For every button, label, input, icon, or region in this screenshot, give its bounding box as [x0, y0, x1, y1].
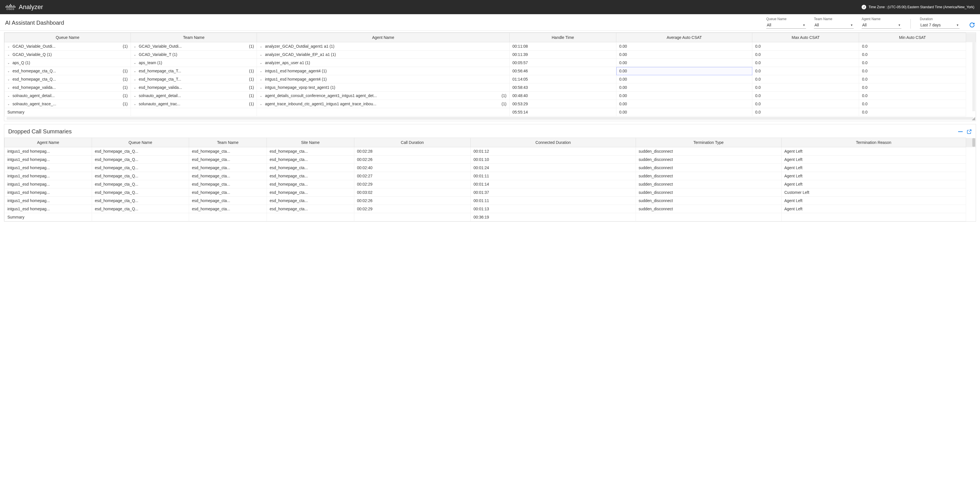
col-queue[interactable]: Queue Name	[92, 138, 189, 147]
cell-text: agent_details_consult_conference_agent1_…	[265, 94, 377, 98]
table-row[interactable]: ⌄esd_homepage_cta_Q...(1)⌄esd_homepage_c…	[5, 75, 976, 83]
cell-agent: intgus1_esd homepag...	[5, 155, 92, 164]
col-site[interactable]: Site Name	[267, 138, 354, 147]
col-agent[interactable]: Agent Name	[257, 33, 509, 42]
chevron-down-icon[interactable]: ⌄	[7, 61, 10, 64]
table-row[interactable]: ⌄GCAD_Variable_Q (1)⌄GCAD_Variable_T (1)…	[5, 51, 976, 59]
chevron-down-icon[interactable]: ⌄	[260, 61, 262, 64]
col-handle[interactable]: Handle Time	[509, 33, 616, 42]
chevron-down-icon[interactable]: ⌄	[7, 86, 10, 89]
chevron-down-icon[interactable]: ⌄	[7, 70, 10, 73]
chevron-down-icon[interactable]: ⌄	[7, 78, 10, 81]
panel-dropped-calls: Dropped Call Summaries Agent Name Queue …	[4, 124, 976, 222]
col-team[interactable]: Team Name	[189, 138, 267, 147]
refresh-icon[interactable]	[969, 22, 975, 29]
chevron-down-icon[interactable]: ⌄	[134, 53, 136, 56]
chevron-down-icon[interactable]: ⌄	[134, 70, 136, 73]
cell-termination-type: sudden_disconnect	[636, 172, 781, 180]
cell-count: (1)	[247, 85, 254, 90]
cell-text: GCAD_Variable_Outdi...	[13, 44, 56, 49]
table-row[interactable]: intgus1_esd homepag...esd_homepage_cta_Q…	[5, 147, 976, 155]
cell-termination-type: sudden_disconnect	[636, 155, 781, 164]
cell-call-duration: 00:02:40	[354, 164, 471, 172]
cell-termination-reason: Agent Left	[781, 180, 966, 189]
table-row[interactable]: intgus1_esd homepag...esd_homepage_cta_Q…	[5, 172, 976, 180]
cell-count: (1)	[121, 102, 128, 106]
info-icon[interactable]: i	[862, 5, 866, 10]
chevron-down-icon[interactable]: ⌄	[260, 53, 262, 56]
filter-duration[interactable]: Duration Last 7 days▼	[920, 17, 959, 29]
table-row[interactable]: intgus1_esd homepag...esd_homepage_cta_Q…	[5, 189, 976, 197]
cell-queue: esd_homepage_cta_Q...	[92, 180, 189, 189]
collapse-icon[interactable]	[958, 132, 963, 132]
table-row[interactable]: ⌄aps_Q (1)⌄aps_team (1)⌄analyzer_aps_use…	[5, 59, 976, 67]
col-agent[interactable]: Agent Name	[5, 138, 92, 147]
chevron-down-icon[interactable]: ⌄	[260, 102, 262, 106]
cell-handle: 01:14:05	[509, 75, 616, 83]
filter-team[interactable]: Team Name All▼	[814, 17, 854, 29]
cell-call-duration: 00:02:28	[354, 147, 471, 155]
chevron-down-icon[interactable]: ⌄	[7, 94, 10, 97]
cell-connected-duration: 00:01:12	[471, 147, 636, 155]
chevron-down-icon[interactable]: ⌄	[134, 78, 136, 81]
table-row[interactable]: intgus1_esd homepag...esd_homepage_cta_Q…	[5, 155, 976, 164]
cell-termination-reason: Agent Left	[781, 155, 966, 164]
table-header-row: Agent Name Queue Name Team Name Site Nam…	[5, 138, 976, 147]
cell-call-duration: 00:02:26	[354, 197, 471, 205]
chevron-down-icon[interactable]: ⌄	[7, 102, 10, 106]
cell-agent: intgus1_esd homepag...	[5, 147, 92, 155]
col-connected-duration[interactable]: Connected Duration	[471, 138, 636, 147]
chevron-down-icon[interactable]: ⌄	[134, 45, 136, 48]
chevron-down-icon[interactable]: ⌄	[134, 94, 136, 97]
filter-queue[interactable]: Queue Name All▼	[766, 17, 806, 29]
cell-max: 0.0	[752, 42, 859, 51]
chevron-down-icon[interactable]: ⌄	[260, 70, 262, 73]
open-external-icon[interactable]	[967, 129, 972, 134]
cell-queue: esd_homepage_cta_Q...	[92, 147, 189, 155]
table-row[interactable]: intgus1_esd homepag...esd_homepage_cta_Q…	[5, 180, 976, 189]
chevron-down-icon[interactable]: ⌄	[134, 61, 136, 64]
col-call-duration[interactable]: Call Duration	[354, 138, 471, 147]
cell-count: (1)	[247, 102, 254, 106]
col-avg-csat[interactable]: Average Auto CSAT	[616, 33, 752, 42]
vertical-scrollbar[interactable]	[972, 138, 975, 147]
table-row[interactable]: ⌄esd_homepage_cta_Q...(1)⌄esd_homepage_c…	[5, 67, 976, 75]
cell-queue: esd_homepage_cta_Q...	[92, 189, 189, 197]
col-termination-type[interactable]: Termination Type	[636, 138, 781, 147]
cell-termination-type: sudden_disconnect	[636, 189, 781, 197]
filter-agent[interactable]: Agent Name All▼	[862, 17, 901, 29]
col-min-csat[interactable]: Min Auto CSAT	[859, 33, 966, 42]
vertical-scrollbar[interactable]	[972, 33, 975, 111]
table-row[interactable]: ⌄GCAD_Variable_Outdi...(1)⌄GCAD_Variable…	[5, 42, 976, 51]
cell-avg: 0.00	[616, 83, 752, 92]
table-row[interactable]: ⌄solnauto_agent_trace_...(1)⌄solunauto_a…	[5, 100, 976, 108]
chevron-down-icon[interactable]: ⌄	[7, 45, 10, 48]
chevron-down-icon[interactable]: ⌄	[134, 102, 136, 106]
cell-agent: intgus1_esd homepag...	[5, 180, 92, 189]
horizontal-scrollbar[interactable]	[6, 117, 974, 120]
chevron-down-icon[interactable]: ⌄	[134, 86, 136, 89]
chevron-down-icon[interactable]: ⌄	[7, 53, 10, 56]
page-title: AI Assistant Dashboard	[5, 20, 64, 26]
table-row[interactable]: ⌄esd_homepage_valida...(1)⌄esd_homepage_…	[5, 83, 976, 92]
cell-text: agent_trace_inbound_ctc_agent1_intgus1 a…	[265, 102, 376, 106]
col-queue[interactable]: Queue Name	[5, 33, 131, 42]
caret-down-icon: ▼	[898, 24, 901, 27]
chevron-down-icon[interactable]: ⌄	[260, 45, 262, 48]
col-max-csat[interactable]: Max Auto CSAT	[752, 33, 859, 42]
table-row[interactable]: intgus1_esd homepag...esd_homepage_cta_Q…	[5, 164, 976, 172]
chevron-down-icon[interactable]: ⌄	[260, 94, 262, 97]
cell-min: 0.0	[859, 100, 966, 108]
table-row[interactable]: intgus1_esd homepag...esd_homepage_cta_Q…	[5, 205, 976, 213]
cell-site: esd_homepage_cta...	[267, 155, 354, 164]
col-team[interactable]: Team Name	[130, 33, 257, 42]
chevron-down-icon[interactable]: ⌄	[260, 86, 262, 89]
table-row[interactable]: ⌄solnauto_agent_detail...(1)⌄solnauto_ag…	[5, 92, 976, 100]
cell-queue: esd_homepage_cta_Q...	[92, 205, 189, 213]
col-termination-reason[interactable]: Termination Reason	[781, 138, 966, 147]
table-row[interactable]: intgus1_esd homepag...esd_homepage_cta_Q…	[5, 197, 976, 205]
chevron-down-icon[interactable]: ⌄	[260, 78, 262, 81]
resize-handle-icon[interactable]	[972, 117, 975, 121]
summary-handle: 05:55:14	[509, 108, 616, 116]
cell-avg: 0.00	[616, 100, 752, 108]
